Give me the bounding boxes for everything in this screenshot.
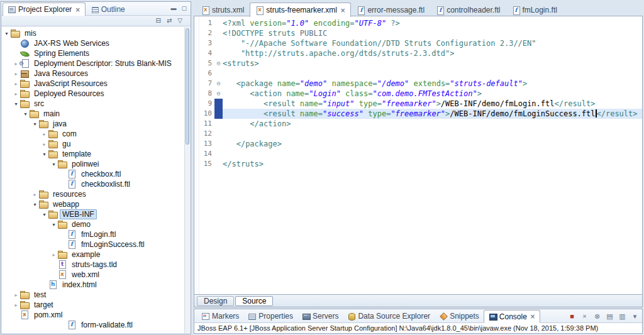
tree-item-polinwei[interactable]: ▾polinwei [2, 159, 184, 169]
code-line[interactable]: 12 [194, 129, 642, 139]
view-menu-icon[interactable]: ▽ [177, 16, 182, 25]
twistie-icon[interactable]: ▸ [13, 81, 19, 87]
twistie-icon[interactable]: ▾ [41, 151, 48, 157]
twistie-icon[interactable]: ▸ [41, 131, 48, 137]
tree-item-test[interactable]: ▸test [2, 290, 184, 300]
twistie-icon[interactable]: ▸ [13, 71, 19, 77]
editor-tab-fmlogin-ftl[interactable]: fmLogin.ftl [506, 3, 563, 16]
terminate-icon[interactable]: ■ [567, 312, 577, 321]
tree-item-template[interactable]: ▾template [2, 149, 184, 159]
code-line[interactable]: 10 <result name="success" type="freemark… [194, 109, 642, 119]
code-line[interactable]: 2<!DOCTYPE struts PUBLIC [194, 28, 642, 38]
tree-item-resources[interactable]: ▸resources [2, 189, 184, 199]
tree-item-deployed-resources[interactable]: ▸Deployed Resources [2, 89, 184, 99]
code-line[interactable]: 14 [194, 149, 642, 159]
tree-item-webapp[interactable]: ▾webapp [2, 199, 184, 209]
tree-item-demo[interactable]: ▾demo [2, 219, 184, 229]
twistie-icon[interactable]: ▾ [31, 202, 38, 207]
tree-item-fmloginsuccess-ftl[interactable]: fmLoginSuccess.ftl [2, 239, 184, 250]
clear-console-icon[interactable]: ▤ [605, 312, 614, 321]
code-line[interactable]: 13 </package> [194, 139, 642, 149]
fold-collapse-icon[interactable]: ⊖ [214, 89, 223, 99]
console-tab-servers[interactable]: Servers [297, 310, 343, 322]
code-line[interactable]: 8⊖ <action name="Login" class="com.demo.… [194, 89, 642, 99]
console-tab-markers[interactable]: Markers [197, 310, 243, 322]
range-indicator [214, 99, 223, 109]
twistie-icon[interactable]: ▸ [50, 252, 57, 258]
twistie-icon[interactable]: ▾ [3, 31, 10, 36]
tree-item-src[interactable]: ▾src [2, 99, 184, 109]
maximize-icon[interactable]: ▢ [181, 4, 187, 12]
editor-tab-error-message-ftl[interactable]: error-message.ftl [351, 3, 430, 16]
twistie-icon[interactable]: ▾ [31, 121, 38, 127]
tree-item-index-html[interactable]: index.html [2, 280, 184, 290]
code-line[interactable]: 3 "-//Apache Software Foundation//DTD St… [194, 38, 642, 48]
tree-item-com[interactable]: ▸com [2, 129, 184, 139]
tree-item-struts-tags-tld[interactable]: struts-tags.tld [2, 260, 184, 270]
tree-item-form-validate-ftl[interactable]: form-validate.ftl [2, 320, 184, 330]
twistie-icon[interactable]: ▾ [13, 101, 19, 107]
console-tab-properties[interactable]: Properties [243, 310, 297, 322]
minimize-icon[interactable]: ▬ [170, 4, 176, 12]
remove-launch-icon[interactable]: × [580, 312, 589, 321]
code-line[interactable]: 15</struts> [194, 159, 642, 169]
code-line[interactable]: 5⊖<struts> [194, 58, 642, 69]
tree-item-checkboxlist-ftl[interactable]: checkboxlist.ftl [2, 179, 184, 189]
twistie-icon[interactable]: ▸ [13, 302, 19, 308]
console-tab-console[interactable]: Console× [484, 310, 540, 323]
tree-item-web-inf[interactable]: ▾WEB-INF [2, 209, 184, 219]
twistie-icon[interactable]: ▾ [22, 111, 29, 117]
close-icon[interactable]: × [75, 6, 80, 13]
tree-item-deployment-descriptor-struts-blank-mis[interactable]: ▸Deployment Descriptor: Struts Blank-MIS [2, 58, 184, 69]
tree-item-target[interactable]: ▸target [2, 300, 184, 310]
tree-item-mis[interactable]: ▾mis [2, 28, 184, 38]
close-icon[interactable]: × [530, 313, 535, 320]
tree-item-checkbox-ftl[interactable]: checkbox.ftl [2, 169, 184, 179]
mode-tab-design[interactable]: Design [197, 296, 234, 306]
pin-console-icon[interactable]: ▥ [618, 312, 627, 321]
code-line[interactable]: 1<?xml version="1.0" encoding="UTF-8" ?> [194, 18, 642, 28]
twistie-icon[interactable]: ▸ [41, 141, 48, 147]
tree-item-main[interactable]: ▾main [2, 109, 184, 119]
twistie-icon[interactable]: ▸ [31, 192, 38, 197]
tree-item-label: java [50, 119, 69, 129]
link-with-editor-icon[interactable]: ⇄ [167, 16, 172, 25]
code-line[interactable]: 7⊖ <package name="demo" namespace="/demo… [194, 79, 642, 89]
editor-tab-controlheader-ftl[interactable]: controlheader.ftl [430, 3, 506, 16]
remove-all-launches-icon[interactable]: ⊗ [592, 312, 602, 321]
twistie-icon[interactable]: ▾ [41, 212, 48, 217]
console-tab-data-source-explorer[interactable]: Data Source Explorer [343, 310, 435, 322]
xml-editor[interactable]: 1<?xml version="1.0" encoding="UTF-8" ?>… [194, 16, 643, 295]
twistie-icon[interactable]: ▸ [13, 91, 19, 97]
code-line[interactable]: 11 </action> [194, 119, 642, 129]
fold-collapse-icon[interactable]: ⊖ [214, 79, 223, 89]
tree-item-spring-elements[interactable]: Spring Elements [2, 48, 184, 58]
twistie-icon[interactable]: ▸ [13, 292, 19, 298]
tree-item-example[interactable]: ▸example [2, 250, 184, 260]
twistie-icon[interactable]: ▾ [50, 162, 57, 167]
view-tab-outline[interactable]: Outline [86, 3, 130, 15]
code-line[interactable]: 4 "http://struts.apache.org/dtds/struts-… [194, 48, 642, 58]
close-tab-icon[interactable]: × [340, 7, 345, 14]
fold-collapse-icon[interactable]: ⊖ [214, 58, 223, 69]
tree-item-javascript-resources[interactable]: ▸JavaScript Resources [2, 79, 184, 89]
explorer-scrollbar[interactable] [184, 27, 190, 333]
collapse-all-icon[interactable]: ⊟ [156, 16, 161, 25]
editor-tab-struts-freemarker-xml[interactable]: struts-freemarker.xml× [250, 3, 351, 17]
tree-item-gu[interactable]: ▸gu [2, 139, 184, 149]
tree-item-jax-rs-web-services[interactable]: JAX-RS Web Services [2, 38, 184, 48]
scrollbar-thumb[interactable] [186, 28, 189, 145]
tree-item-java[interactable]: ▾java [2, 119, 184, 129]
tree-item-java-resources[interactable]: ▸Java Resources [2, 69, 184, 79]
editor-tab-struts-xml[interactable]: struts.xml [196, 3, 250, 16]
tree-item-pom-xml[interactable]: pom.xml [2, 310, 184, 320]
view-tab-project-explorer[interactable]: Project Explorer× [3, 3, 86, 16]
twistie-icon[interactable]: ▾ [50, 222, 57, 228]
tree-item-web-xml[interactable]: web.xml [2, 270, 184, 280]
open-console-menu-icon[interactable]: ▾ [630, 312, 640, 321]
code-line[interactable]: 9 <result name="input" type="freemarker"… [194, 99, 642, 109]
mode-tab-source[interactable]: Source [235, 296, 273, 306]
tree-item-fmlogin-ftl[interactable]: fmLogin.ftl [2, 229, 184, 239]
code-line[interactable]: 6 [194, 69, 642, 79]
console-tab-snippets[interactable]: Snippets [435, 310, 484, 322]
